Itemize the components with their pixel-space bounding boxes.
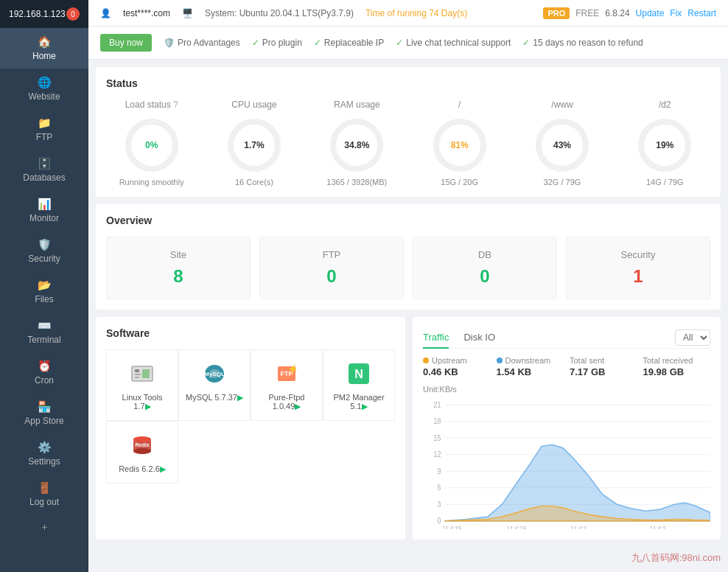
check-icon-1: ✓ [252,38,259,48]
home-icon: 🏠 [38,35,52,49]
files-icon: 📂 [38,279,52,292]
sidebar-item-ftp[interactable]: 📁 FTP [0,109,88,150]
sidebar-label-security: Security [28,254,60,264]
pm2-arrow: ▶ [362,402,368,411]
svg-text:11:4:2...: 11:4:2... [570,525,591,529]
total-sent-value: 7.17 GB [570,366,637,377]
software-mysql[interactable]: MySQL MySQL 5.7.37▶ [178,349,251,421]
plus-icon: ＋ [40,520,49,534]
status-root: / 81% 15G / 20G [414,100,505,186]
sidebar-label-ftp: FTP [36,132,53,142]
svg-text:N: N [354,368,363,380]
sidebar-item-files[interactable]: 📂 Files [0,271,88,312]
overview-site[interactable]: Site 8 [106,237,251,299]
status-panel: Status Load status ? 0% Running smoothly [96,67,721,197]
svg-text:11:4:15: 11:4:15 [442,525,461,529]
ftpd-arrow: ▶ [295,402,301,411]
settings-icon: ⚙️ [38,441,52,454]
sidebar-item-cron[interactable]: ⏰ Cron [0,352,88,393]
check-icon-2: ✓ [314,38,321,48]
sidebar-item-terminal[interactable]: ⌨️ Terminal [0,312,88,352]
db-value: 0 [480,266,489,287]
svg-text:0: 0 [437,517,441,526]
traffic-stats: Upstream 0.46 KB Downstream 1.54 KB Tota… [423,356,710,377]
svg-text:⚡: ⚡ [287,363,298,374]
traffic-panel: Traffic Disk IO All Upstream 0.46 KB [413,317,721,540]
traffic-select[interactable]: All [675,329,710,346]
topbar: 👤 test****.com 🖥️ System: Ubuntu 20.04.1… [88,0,728,27]
username: test****.com [123,8,170,18]
d2-gauge: 19% [635,116,694,175]
www-gauge: 43% [533,116,592,175]
shield-icon: 🛡️ [164,38,175,48]
tab-diskio[interactable]: Disk IO [463,327,495,349]
overview-db[interactable]: DB 0 [413,237,557,299]
load-gauge: 0% [122,116,181,175]
add-button[interactable]: ＋ [0,515,88,540]
sidebar-item-website[interactable]: 🌐 Website [0,69,88,109]
status-load: Load status ? 0% Running smoothly [106,100,197,186]
chart-unit-label: Unit:KB/s [423,385,710,394]
stat-downstream: Downstream 1.54 KB [497,356,564,377]
stat-total-received: Total received 19.98 GB [643,356,711,377]
software-ftpd[interactable]: FTP⚡ Pure-Ftpd 1.0.49▶ [251,349,323,421]
root-gauge: 81% [430,116,489,175]
status-cpu: CPU usage 1.7% 16 Core(s) [209,100,299,186]
status-d2: /d2 19% 14G / 79G [620,100,710,186]
stat-total-sent: Total sent 7.17 GB [570,356,637,377]
topbar-left: 👤 test****.com 🖥️ System: Ubuntu 20.04.1… [100,8,467,18]
server-ip: 192.168.1.123 [9,9,66,19]
sidebar-item-monitor[interactable]: 📊 Monitor [0,190,88,231]
refund-policy: ✓ 15 days no reason to refund [522,38,643,48]
linux-tools-icon [127,359,157,388]
overview-ftp[interactable]: FTP 0 [259,237,404,299]
live-chat: ✓ Live chat technical support [396,38,511,48]
sidebar-item-settings[interactable]: ⚙️ Settings [0,433,88,474]
software-title: Software [106,327,395,339]
sidebar-item-home[interactable]: 🏠 Home [0,28,88,69]
svg-text:18: 18 [434,417,441,426]
svg-rect-14 [135,374,141,375]
sidebar-label-logout: Log out [29,497,59,507]
software-redis[interactable]: Redis Redis 6.2.6▶ [106,421,178,484]
mysql-name: MySQL 5.7.37▶ [186,393,243,402]
site-label: Site [170,249,186,260]
system-info: System: Ubuntu 20.04.1 LTS(Py3.7.9) [205,8,354,18]
site-value: 8 [173,266,183,287]
buy-now-button[interactable]: Buy now [100,34,152,52]
status-ram: RAM usage 34.8% 1365 / 3928(MB) [312,100,402,186]
software-pm2[interactable]: N PM2 Manager 5.1▶ [323,349,395,421]
sidebar-label-files: Files [35,294,53,304]
load-sub: Running smoothly [119,178,184,186]
update-link[interactable]: Update [636,8,665,18]
overview-panel: Overview Site 8 FTP 0 DB 0 Security 1 [96,204,721,310]
svg-rect-16 [142,369,150,378]
upstream-label: Upstream [423,356,491,365]
overview-security[interactable]: Security 1 [566,237,710,299]
terminal-icon: ⌨️ [38,319,52,332]
sidebar-item-security[interactable]: 🛡️ Security [0,231,88,271]
total-received-value: 19.98 GB [643,366,711,377]
tab-traffic[interactable]: Traffic [423,327,449,349]
total-received-label: Total received [643,356,711,365]
downstream-value: 1.54 KB [497,366,564,377]
sidebar-item-databases[interactable]: 🗄️ Databases [0,150,88,190]
www-value: 43% [553,140,571,150]
replaceable-ip: ✓ Replaceable IP [314,38,384,48]
db-label: DB [478,249,491,260]
sidebar-item-logout[interactable]: 🚪 Log out [0,474,88,515]
sidebar-label-cron: Cron [35,375,54,386]
svg-text:21: 21 [434,400,441,409]
tab-group: Traffic Disk IO [423,327,495,348]
pm2-name: PM2 Manager 5.1▶ [329,393,388,411]
check-icon-3: ✓ [396,38,403,48]
sidebar-label-terminal: Terminal [27,335,60,345]
software-linux-tools[interactable]: Linux Tools 1.7▶ [106,349,178,421]
restart-link[interactable]: Restart [687,8,716,18]
overview-grid: Site 8 FTP 0 DB 0 Security 1 [106,237,710,299]
sidebar-item-appstore[interactable]: 🏪 App Store [0,393,88,433]
status-title: Status [106,77,710,89]
security-card-label: Security [621,249,656,260]
fix-link[interactable]: Fix [670,8,682,18]
mysql-arrow: ▶ [237,393,243,402]
